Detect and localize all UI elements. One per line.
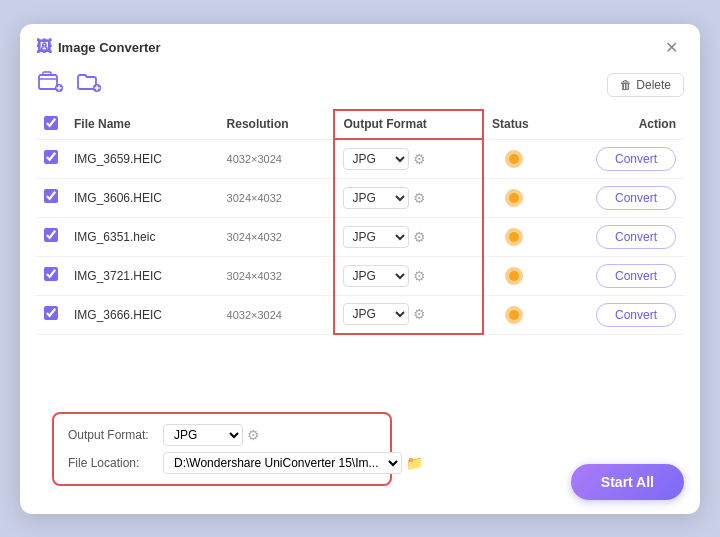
row-action-cell: Convert xyxy=(543,178,684,217)
row-status-cell xyxy=(483,139,543,178)
trash-icon: 🗑 xyxy=(620,78,632,92)
table-row: IMG_3721.HEIC 3024×4032 JPG PNG WEBP ⚙ xyxy=(36,256,684,295)
toolbar-left xyxy=(36,69,104,101)
table-row: IMG_3606.HEIC 3024×4032 JPG PNG WEBP ⚙ xyxy=(36,178,684,217)
convert-button[interactable]: Convert xyxy=(596,225,676,249)
delete-button[interactable]: 🗑 Delete xyxy=(607,73,684,97)
table-row: IMG_3666.HEIC 4032×3024 JPG PNG WEBP ⚙ xyxy=(36,295,684,334)
row-format-settings-icon[interactable]: ⚙ xyxy=(413,190,426,206)
file-location-label: File Location: xyxy=(68,456,153,470)
header-filename: File Name xyxy=(66,110,219,140)
header-status: Status xyxy=(483,110,543,140)
browse-folder-icon[interactable]: 📁 xyxy=(406,455,423,471)
row-status-cell xyxy=(483,178,543,217)
delete-label: Delete xyxy=(636,78,671,92)
row-resolution: 3024×4032 xyxy=(219,178,335,217)
start-all-button[interactable]: Start All xyxy=(571,464,684,500)
header-resolution: Resolution xyxy=(219,110,335,140)
row-status-cell xyxy=(483,217,543,256)
status-badge xyxy=(505,150,523,168)
table-row: IMG_6351.heic 3024×4032 JPG PNG WEBP ⚙ xyxy=(36,217,684,256)
row-checkbox[interactable] xyxy=(44,228,58,242)
output-format-settings-icon[interactable]: ⚙ xyxy=(247,427,260,443)
row-format-settings-icon[interactable]: ⚙ xyxy=(413,151,426,167)
row-format-cell: JPG PNG WEBP ⚙ xyxy=(334,295,483,334)
row-filename: IMG_6351.heic xyxy=(66,217,219,256)
row-format-settings-icon[interactable]: ⚙ xyxy=(413,306,426,322)
row-resolution: 4032×3024 xyxy=(219,139,335,178)
row-format-select[interactable]: JPG PNG WEBP xyxy=(343,187,409,209)
row-resolution: 4032×3024 xyxy=(219,295,335,334)
file-location-select-wrap: D:\Wondershare UniConverter 15\Im... 📁 xyxy=(163,452,423,474)
app-icon: 🖼 xyxy=(36,38,52,56)
row-format-cell: JPG PNG WEBP ⚙ xyxy=(334,256,483,295)
row-format-select[interactable]: JPG PNG WEBP xyxy=(343,148,409,170)
row-checkbox[interactable] xyxy=(44,267,58,281)
output-format-select[interactable]: JPG PNG WEBP xyxy=(163,424,243,446)
table-header-row: File Name Resolution Output Format Statu… xyxy=(36,110,684,140)
convert-button[interactable]: Convert xyxy=(596,303,676,327)
file-table-container: File Name Resolution Output Format Statu… xyxy=(20,109,700,384)
header-checkbox-cell xyxy=(36,110,66,140)
row-format-cell: JPG PNG WEBP ⚙ xyxy=(334,217,483,256)
add-folder-button[interactable] xyxy=(74,69,104,101)
row-format-select[interactable]: JPG PNG WEBP xyxy=(343,226,409,248)
row-format-select[interactable]: JPG PNG WEBP xyxy=(343,303,409,325)
table-row: IMG_3659.HEIC 4032×3024 JPG PNG WEBP ⚙ xyxy=(36,139,684,178)
row-resolution: 3024×4032 xyxy=(219,256,335,295)
row-format-cell: JPG PNG WEBP ⚙ xyxy=(334,178,483,217)
main-window: 🖼 Image Converter ✕ xyxy=(20,24,700,514)
row-action-cell: Convert xyxy=(543,295,684,334)
row-checkbox[interactable] xyxy=(44,150,58,164)
status-badge xyxy=(505,267,523,285)
toolbar: 🗑 Delete xyxy=(20,65,700,109)
window-title: Image Converter xyxy=(58,40,161,55)
status-badge xyxy=(505,306,523,324)
add-files-button[interactable] xyxy=(36,69,66,101)
select-all-checkbox[interactable] xyxy=(44,116,58,130)
row-format-select[interactable]: JPG PNG WEBP xyxy=(343,265,409,287)
row-checkbox[interactable] xyxy=(44,189,58,203)
row-filename: IMG_3666.HEIC xyxy=(66,295,219,334)
file-table: File Name Resolution Output Format Statu… xyxy=(36,109,684,336)
convert-button[interactable]: Convert xyxy=(596,147,676,171)
row-format-settings-icon[interactable]: ⚙ xyxy=(413,268,426,284)
status-badge xyxy=(505,228,523,246)
output-format-label: Output Format: xyxy=(68,428,153,442)
header-output-format: Output Format xyxy=(334,110,483,140)
close-button[interactable]: ✕ xyxy=(659,36,684,59)
row-format-cell: JPG PNG WEBP ⚙ xyxy=(334,139,483,178)
title-bar-left: 🖼 Image Converter xyxy=(36,38,161,56)
row-checkbox-cell xyxy=(36,139,66,178)
row-format-settings-icon[interactable]: ⚙ xyxy=(413,229,426,245)
row-action-cell: Convert xyxy=(543,256,684,295)
row-status-cell xyxy=(483,256,543,295)
output-format-select-wrap: JPG PNG WEBP ⚙ xyxy=(163,424,260,446)
row-filename: IMG_3606.HEIC xyxy=(66,178,219,217)
row-resolution: 3024×4032 xyxy=(219,217,335,256)
row-checkbox-cell xyxy=(36,178,66,217)
file-location-select[interactable]: D:\Wondershare UniConverter 15\Im... xyxy=(163,452,402,474)
convert-button[interactable]: Convert xyxy=(596,186,676,210)
output-format-row: Output Format: JPG PNG WEBP ⚙ xyxy=(68,424,376,446)
row-checkbox-cell xyxy=(36,256,66,295)
header-action: Action xyxy=(543,110,684,140)
file-location-row: File Location: D:\Wondershare UniConvert… xyxy=(68,452,376,474)
svg-rect-0 xyxy=(39,75,57,89)
row-filename: IMG_3721.HEIC xyxy=(66,256,219,295)
row-checkbox-cell xyxy=(36,217,66,256)
status-badge xyxy=(505,189,523,207)
row-status-cell xyxy=(483,295,543,334)
row-filename: IMG_3659.HEIC xyxy=(66,139,219,178)
convert-button[interactable]: Convert xyxy=(596,264,676,288)
row-action-cell: Convert xyxy=(543,139,684,178)
bottom-settings-panel: Output Format: JPG PNG WEBP ⚙ File Locat… xyxy=(52,412,392,486)
row-checkbox-cell xyxy=(36,295,66,334)
title-bar: 🖼 Image Converter ✕ xyxy=(20,24,700,65)
row-checkbox[interactable] xyxy=(44,306,58,320)
row-action-cell: Convert xyxy=(543,217,684,256)
